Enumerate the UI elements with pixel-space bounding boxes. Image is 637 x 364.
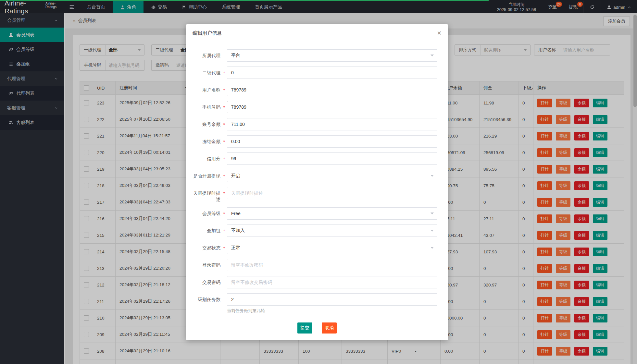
form-select[interactable]: Free: [227, 207, 437, 220]
required-asterisk: *: [223, 245, 225, 251]
submit-button[interactable]: 提交: [297, 322, 312, 334]
field-label: 关闭提现时描述*: [189, 187, 220, 202]
form-input[interactable]: [227, 293, 437, 306]
caret-down-icon: [431, 230, 434, 232]
form-row-3: 手机号码*: [186, 101, 448, 113]
form-row-13: 交易密码: [186, 276, 448, 288]
field-label: 级别任务数: [189, 293, 220, 303]
form-select[interactable]: 开启: [227, 170, 437, 182]
modal-form: 所属代理平台二级代理*用户名称*手机号码*账号余额*冻结金额*信用分*是否开启提…: [186, 42, 448, 314]
required-asterisk: *: [223, 156, 225, 162]
required-asterisk: *: [223, 173, 225, 179]
field-label: 交易密码: [189, 276, 220, 285]
close-icon[interactable]: ✕: [437, 30, 442, 36]
caret-down-icon: [431, 212, 434, 214]
form-row-1: 二级代理*: [186, 67, 448, 79]
required-asterisk: *: [223, 122, 225, 128]
form-input[interactable]: [227, 187, 437, 199]
form-select[interactable]: 不加入: [227, 224, 437, 237]
field-label: 冻结金额*: [189, 135, 220, 145]
form-row-12: 登录密码: [186, 259, 448, 271]
caret-down-icon: [431, 175, 434, 177]
field-label: 用户名称*: [189, 84, 220, 93]
required-asterisk: *: [223, 211, 225, 217]
field-label: 是否开启提现*: [189, 170, 220, 179]
form-row-9: 会员等级*Free: [186, 207, 448, 220]
form-input[interactable]: [227, 259, 437, 271]
required-asterisk: *: [223, 87, 225, 93]
form-row-2: 用户名称*: [186, 84, 448, 96]
modal-footer: 提交 取消: [186, 316, 448, 340]
form-input[interactable]: [227, 118, 437, 130]
form-input[interactable]: [227, 67, 437, 79]
form-row-10: 叠加组*不加入: [186, 224, 448, 237]
required-asterisk: *: [223, 139, 225, 145]
form-input[interactable]: [227, 276, 437, 288]
form-input[interactable]: [227, 84, 437, 96]
form-select[interactable]: 正常: [227, 242, 437, 254]
edit-user-modal: 编辑用户信息 ✕ 所属代理平台二级代理*用户名称*手机号码*账号余额*冻结金额*…: [186, 24, 448, 340]
caret-down-icon: [431, 55, 434, 56]
form-row-11: 交易状态*正常: [186, 242, 448, 254]
form-row-14: 级别任务数当前任务做到第几轮: [186, 293, 448, 314]
field-label: 会员等级*: [189, 207, 220, 217]
field-label: 所属代理: [189, 49, 220, 59]
form-row-7: 是否开启提现*开启: [186, 170, 448, 182]
modal-header: 编辑用户信息 ✕: [186, 24, 448, 42]
required-asterisk: *: [223, 70, 225, 76]
field-label: 登录密码: [189, 259, 220, 268]
caret-down-icon: [431, 247, 434, 249]
field-helper-text: 当前任务做到第几轮: [227, 308, 437, 314]
required-asterisk: *: [223, 190, 225, 197]
form-row-8: 关闭提现时描述*: [186, 187, 448, 202]
field-label: 二级代理*: [189, 67, 220, 76]
form-row-6: 信用分*: [186, 152, 448, 165]
form-select[interactable]: 平台: [227, 49, 437, 62]
form-input[interactable]: [227, 135, 437, 148]
form-row-4: 账号余额*: [186, 118, 448, 130]
form-input[interactable]: [227, 152, 437, 165]
required-asterisk: *: [223, 228, 225, 234]
cancel-button[interactable]: 取消: [322, 322, 337, 334]
form-row-5: 冻结金额*: [186, 135, 448, 148]
field-label: 叠加组*: [189, 224, 220, 234]
modal-title: 编辑用户信息: [193, 30, 222, 36]
required-asterisk: *: [223, 104, 225, 111]
field-label: 信用分*: [189, 152, 220, 162]
field-label: 手机号码*: [189, 101, 220, 110]
field-label: 账号余额*: [189, 118, 220, 127]
field-label: 交易状态*: [189, 242, 220, 251]
form-input[interactable]: [227, 101, 437, 113]
form-row-0: 所属代理平台: [186, 49, 448, 62]
